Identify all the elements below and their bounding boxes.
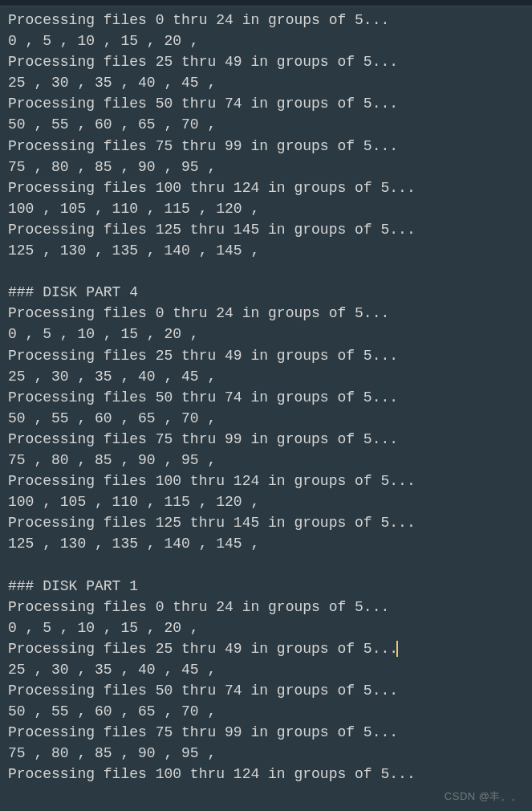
terminal-line: Processing files 125 thru 145 in groups … [8, 512, 524, 533]
terminal-line: 25 , 30 , 35 , 40 , 45 , [8, 366, 524, 387]
terminal-line: 125 , 130 , 135 , 140 , 145 , [8, 240, 524, 261]
terminal-line: 0 , 5 , 10 , 15 , 20 , [8, 324, 524, 344]
terminal-output[interactable]: Processing files 0 thru 24 in groups of … [0, 6, 532, 788]
terminal-line: Processing files 25 thru 49 in groups of… [8, 638, 524, 659]
terminal-line: Processing files 0 thru 24 in groups of … [8, 10, 524, 31]
terminal-line: 0 , 5 , 10 , 15 , 20 , [8, 617, 524, 638]
terminal-line: 75 , 80 , 85 , 90 , 95 , [8, 743, 524, 764]
terminal-line: ### DISK PART 4 [8, 282, 524, 303]
terminal-line: ### DISK PART 1 [8, 576, 524, 597]
terminal-line: Processing files 25 thru 49 in groups of… [8, 51, 524, 72]
window-titlebar [0, 0, 532, 6]
terminal-line: 50 , 55 , 60 , 65 , 70 , [8, 701, 524, 722]
terminal-line: 25 , 30 , 35 , 40 , 45 , [8, 72, 524, 93]
terminal-line: 50 , 55 , 60 , 65 , 70 , [8, 114, 524, 135]
terminal-line: Processing files 75 thru 99 in groups of… [8, 429, 524, 450]
terminal-line: Processing files 100 thru 124 in groups … [8, 177, 524, 198]
terminal-line [8, 261, 524, 282]
terminal-line: Processing files 75 thru 99 in groups of… [8, 722, 524, 743]
terminal-line [8, 554, 524, 575]
terminal-line: 125 , 130 , 135 , 140 , 145 , [8, 533, 524, 554]
terminal-line: Processing files 50 thru 74 in groups of… [8, 387, 524, 408]
terminal-line: 25 , 30 , 35 , 40 , 45 , [8, 659, 524, 680]
watermark-text: CSDN @丰。。 [445, 789, 522, 805]
terminal-line: Processing files 100 thru 124 in groups … [8, 764, 524, 785]
terminal-line: Processing files 0 thru 24 in groups of … [8, 303, 524, 324]
terminal-line: 50 , 55 , 60 , 65 , 70 , [8, 408, 524, 429]
terminal-line: Processing files 100 thru 124 in groups … [8, 471, 524, 491]
terminal-line: 100 , 105 , 110 , 115 , 120 , [8, 491, 524, 512]
text-cursor [396, 641, 398, 657]
terminal-line: Processing files 50 thru 74 in groups of… [8, 680, 524, 701]
terminal-line: 0 , 5 , 10 , 15 , 20 , [8, 31, 524, 51]
terminal-line: 75 , 80 , 85 , 90 , 95 , [8, 157, 524, 177]
terminal-line: Processing files 125 thru 145 in groups … [8, 219, 524, 240]
terminal-line: 75 , 80 , 85 , 90 , 95 , [8, 450, 524, 471]
terminal-line: Processing files 75 thru 99 in groups of… [8, 136, 524, 157]
terminal-line: Processing files 25 thru 49 in groups of… [8, 345, 524, 366]
terminal-line: Processing files 50 thru 74 in groups of… [8, 93, 524, 114]
terminal-line: 100 , 105 , 110 , 115 , 120 , [8, 198, 524, 219]
terminal-line: Processing files 0 thru 24 in groups of … [8, 597, 524, 617]
